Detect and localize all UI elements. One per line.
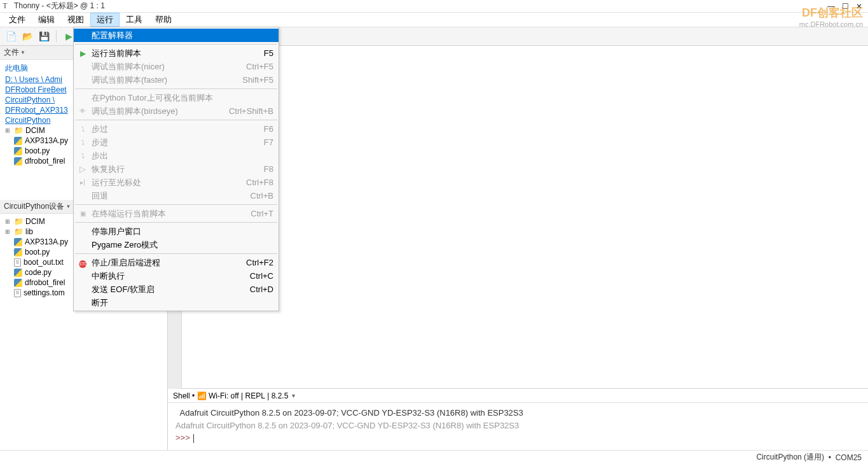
shell-header: Shell • 📶 Wi-Fi: off | REPL | 8.2.5 ▾ <box>168 389 868 403</box>
run-menu-item: ▸|运行至光标处Ctrl+F8 <box>74 176 279 189</box>
folder-icon: 📁 <box>14 126 23 135</box>
menu-separator <box>75 44 277 45</box>
tree-item-label: code.py <box>25 268 52 277</box>
folder-icon: 📁 <box>14 227 23 236</box>
tree-item-label: AXP313A.py <box>25 237 68 246</box>
menu-item-label: 停止/重启后端进程 <box>92 257 160 269</box>
step-icon: ⤵ <box>78 125 88 132</box>
expander-icon[interactable]: ⊞ <box>5 218 11 225</box>
menu-separator <box>75 222 277 223</box>
menu-视图[interactable]: 视图 <box>61 13 90 27</box>
tree-item-label: boot.py <box>25 248 50 257</box>
python-file-icon <box>14 147 22 155</box>
menu-运行[interactable]: 运行 <box>90 13 120 27</box>
menu-shortcut: Shift+F5 <box>217 75 273 85</box>
run-icon: ▶ <box>78 49 88 58</box>
menu-item-label: Pygame Zero模式 <box>92 239 158 251</box>
menu-shortcut: F5 <box>238 48 273 58</box>
menu-shortcut: F7 <box>238 137 273 147</box>
run-menu-item: ⤵步过F6 <box>74 122 279 136</box>
run-menu-item[interactable]: Pygame Zero模式 <box>74 238 279 251</box>
tree-item-label: boot.py <box>25 146 50 155</box>
menu-item-label: 回退 <box>92 190 108 202</box>
run-menu-dropdown: 配置解释器▶运行当前脚本F5调试当前脚本(nicer)Ctrl+F5调试当前脚本… <box>73 27 279 311</box>
app-logo-icon: 𝕋 <box>3 2 11 11</box>
shell-prompt-line[interactable]: >>> <box>176 432 860 444</box>
resume-icon: ▷ <box>78 164 88 174</box>
run-menu-item[interactable]: 断开 <box>74 296 279 309</box>
shell-sep2: | <box>239 391 245 400</box>
shell-version: 8.2.5 <box>272 391 289 400</box>
menu-separator <box>75 88 277 89</box>
shell-menu-icon[interactable]: ▾ <box>292 392 295 399</box>
menu-item-label: 在Python Tutor上可视化当前脚本 <box>92 92 213 104</box>
tree-item-label: lib <box>25 227 33 236</box>
wifi-status: Wi-Fi: off <box>209 391 239 400</box>
run-menu-item: ⤵步进F7 <box>74 136 279 149</box>
window-title: Thonny - <无标题> @ 1 : 1 <box>14 1 105 11</box>
repl-label: REPL <box>245 391 265 400</box>
run-menu-item[interactable]: STOP停止/重启后端进程Ctrl+F2 <box>74 256 279 269</box>
port-status[interactable]: COM25 <box>836 453 862 462</box>
menu-shortcut: Ctrl+F5 <box>221 62 273 71</box>
menu-item-label: 在终端运行当前脚本 <box>92 208 166 220</box>
device-panel-title: CircuitPython设备 <box>4 201 64 212</box>
save-file-button[interactable]: 💾 <box>37 29 51 43</box>
new-file-button[interactable]: 📄 <box>4 29 18 43</box>
menu-工具[interactable]: 工具 <box>120 13 149 27</box>
shell-line-1: Adafruit CircuitPython 8.2.5 on 2023-09-… <box>176 407 860 419</box>
tree-item-label: boot_out.txt <box>24 258 64 267</box>
python-file-icon <box>14 238 22 246</box>
text-file-icon <box>14 289 21 297</box>
menu-shortcut: Ctrl+T <box>225 209 273 218</box>
files-dropdown-icon[interactable]: ▼ <box>20 50 25 55</box>
cursor-icon: ▸| <box>78 179 88 186</box>
run-menu-item[interactable]: 停靠用户窗口 <box>74 225 279 238</box>
menu-separator <box>75 120 277 120</box>
tree-item-label: DCIM <box>25 126 45 135</box>
menu-item-label: 调试当前脚本(faster) <box>92 74 167 86</box>
toolbar-separator <box>56 31 57 42</box>
expander-icon[interactable]: ⊞ <box>5 228 11 235</box>
menu-帮助[interactable]: 帮助 <box>149 13 178 27</box>
python-file-icon <box>14 269 22 277</box>
run-menu-item: 回退Ctrl+B <box>74 189 279 202</box>
menu-shortcut: Ctrl+Shift+B <box>203 106 273 116</box>
open-file-button[interactable]: 📂 <box>20 29 34 43</box>
interpreter-status[interactable]: CircuitPython (通用) <box>756 452 824 463</box>
close-button[interactable]: ✕ <box>853 2 865 11</box>
maximize-button[interactable]: ☐ <box>839 2 851 11</box>
status-bar: CircuitPython (通用) • COM25 <box>0 450 868 464</box>
menu-item-label: 发送 EOF/软重启 <box>92 284 155 295</box>
run-menu-item: ▣在终端运行当前脚本Ctrl+T <box>74 207 279 220</box>
device-dropdown-icon[interactable]: ▼ <box>65 204 71 209</box>
shell-body[interactable]: Adafruit CircuitPython 8.2.5 on 2023-09-… <box>168 403 868 450</box>
expander-icon[interactable]: ⊞ <box>5 127 11 134</box>
python-file-icon <box>14 279 22 287</box>
menu-item-label: 运行当前脚本 <box>92 48 141 59</box>
run-menu-item[interactable]: ▶运行当前脚本F5 <box>74 46 279 60</box>
menu-item-label: 运行至光标处 <box>92 177 141 188</box>
shell-sep1: • <box>190 391 197 400</box>
status-sep: • <box>824 453 836 462</box>
minimize-button[interactable]: — <box>825 2 837 11</box>
menu-bar: 文件编辑视图运行工具帮助 <box>0 13 868 27</box>
menu-separator <box>75 204 277 205</box>
stop-icon: STOP <box>78 258 88 268</box>
run-menu-item[interactable]: 中断执行Ctrl+C <box>74 269 279 283</box>
menu-item-label: 调试当前脚本(nicer) <box>92 61 165 73</box>
menu-shortcut: Ctrl+C <box>224 271 273 281</box>
menu-shortcut: F6 <box>238 124 273 134</box>
menu-item-label: 中断执行 <box>92 271 125 282</box>
title-bar: 𝕋 Thonny - <无标题> @ 1 : 1 — ☐ ✕ <box>0 0 868 13</box>
python-file-icon <box>14 157 22 165</box>
shell-sep3: | <box>265 391 272 400</box>
menu-文件[interactable]: 文件 <box>3 13 32 27</box>
text-file-icon <box>14 258 21 267</box>
menu-shortcut: Ctrl+F8 <box>221 178 273 187</box>
tree-item-label: DCIM <box>25 217 45 226</box>
run-menu-item[interactable]: 发送 EOF/软重启Ctrl+D <box>74 283 279 296</box>
run-menu-item[interactable]: 配置解释器 <box>74 29 279 42</box>
menu-编辑[interactable]: 编辑 <box>32 13 61 27</box>
run-menu-item: ⤵步出 <box>74 149 279 162</box>
